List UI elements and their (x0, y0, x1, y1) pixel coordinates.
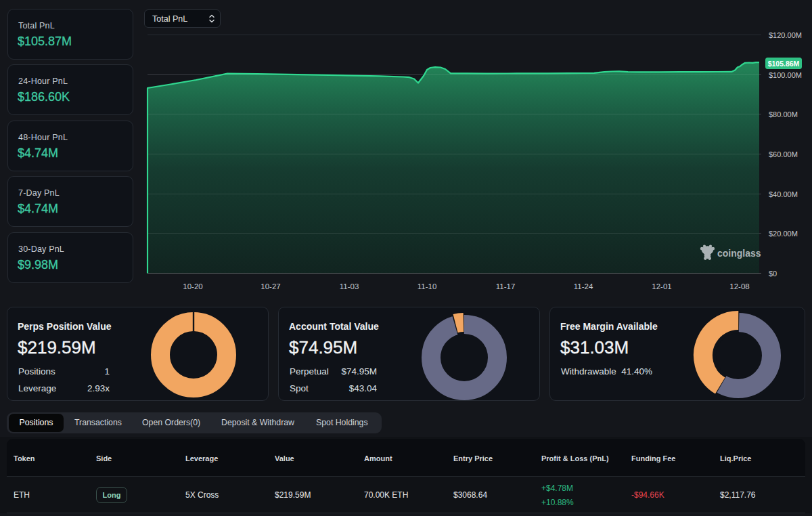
svg-text:$60.00M: $60.00M (769, 150, 798, 158)
svg-text:10-27: 10-27 (261, 282, 280, 291)
svg-text:$0: $0 (769, 270, 777, 278)
svg-text:10-20: 10-20 (183, 282, 202, 291)
svg-text:11-10: 11-10 (418, 282, 437, 291)
svg-text:$40.00M: $40.00M (769, 190, 798, 198)
svg-text:$120.00M: $120.00M (769, 31, 802, 39)
svg-text:$80.00M: $80.00M (769, 110, 798, 119)
svg-text:coinglass: coinglass (717, 248, 761, 259)
svg-text:11-24: 11-24 (574, 282, 593, 291)
svg-text:$100.00M: $100.00M (769, 71, 802, 79)
svg-text:$20.00M: $20.00M (769, 230, 798, 238)
svg-text:11-17: 11-17 (496, 282, 516, 291)
svg-text:$105.86M: $105.86M (768, 60, 800, 68)
svg-text:11-03: 11-03 (340, 282, 359, 291)
svg-text:12-08: 12-08 (729, 282, 749, 291)
svg-text:12-01: 12-01 (652, 282, 671, 291)
